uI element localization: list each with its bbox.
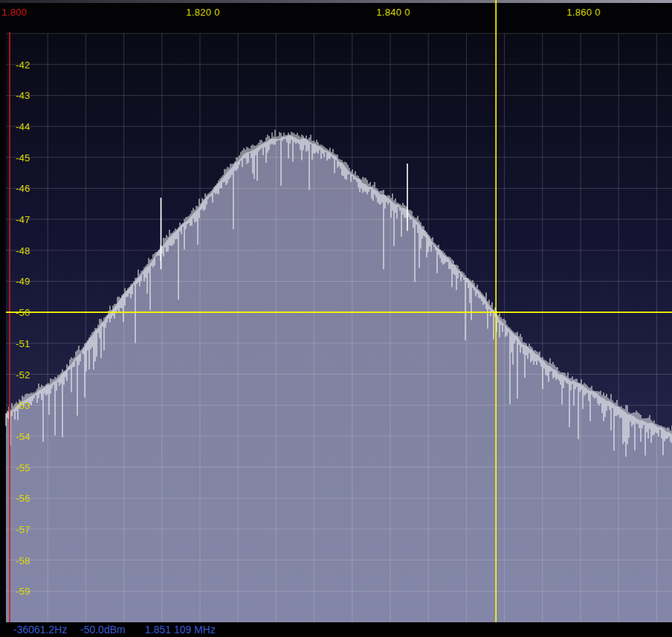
db-axis-label: -51 [16,337,30,349]
status-cursor-level: -50.0dBm [80,624,126,636]
db-axis-label: -49 [16,276,30,287]
status-bar: -36061.2Hz -50.0dBm 1.851 109 MHz [0,623,672,637]
db-axis-label: -44 [16,121,30,132]
status-cursor-frequency: 1.851 109 MHz [145,624,216,636]
db-axis-label: -43 [16,90,30,101]
db-axis-label: -47 [16,214,30,225]
db-axis-label: -54 [16,430,30,442]
db-axis-label: -52 [16,369,30,380]
db-axis-label: -50 [16,307,30,318]
db-axis-label: -45 [16,152,30,163]
db-axis-label: -46 [16,183,30,194]
db-axis-label: -59 [16,586,30,597]
db-axis-label: -48 [16,245,30,256]
spectrum-plot[interactable] [0,0,672,637]
status-delta-frequency: -36061.2Hz [13,624,67,636]
db-axis-label: -57 [16,523,30,534]
db-axis-label: -58 [16,554,30,566]
db-axis-label: -42 [16,59,30,70]
db-axis-label: -53 [16,400,30,411]
db-axis-label: -56 [16,493,30,504]
db-axis-label: -55 [16,462,30,473]
spectrum-analyzer-window: 1.800 1.820 01.840 01.860 0 -42-43-44-45… [0,0,672,637]
